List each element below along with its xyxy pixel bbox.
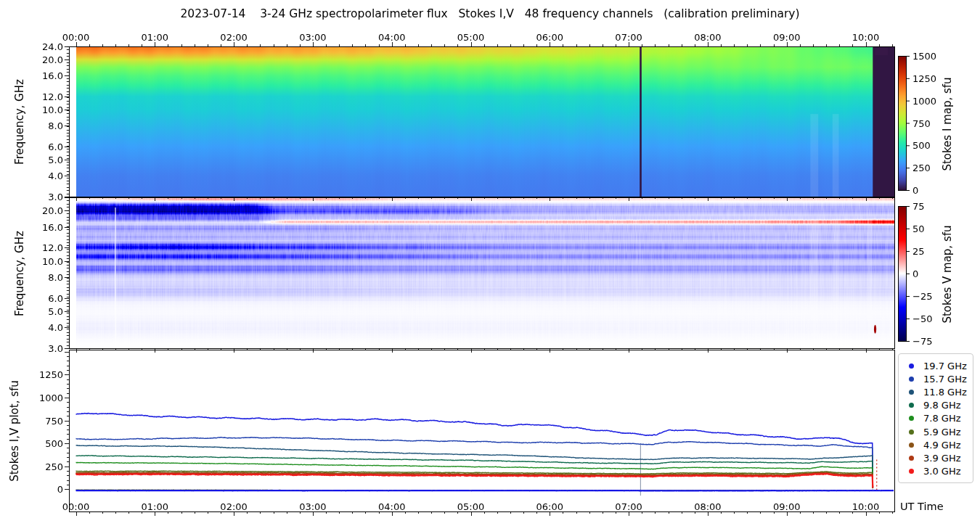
legend-item: 11.8 GHz bbox=[899, 385, 973, 398]
freq-tick-label: 8.0 bbox=[20, 271, 63, 282]
flux-tick-label: 750 bbox=[20, 415, 63, 426]
flux-tick-label: 500 bbox=[20, 438, 63, 449]
freq-tick-label: 6.0 bbox=[20, 141, 63, 152]
freq-tick-label: 3.0 bbox=[20, 192, 63, 202]
x-tick-label-bottom: 05:00 bbox=[457, 501, 484, 512]
colorbar-i-tick-label: 750 bbox=[912, 118, 931, 128]
legend-label: 3.0 GHz bbox=[923, 466, 960, 477]
legend-marker-icon bbox=[909, 363, 914, 369]
x-tick-label-top: 10:00 bbox=[852, 32, 879, 43]
colorbar-v-tick-label: 25 bbox=[912, 246, 925, 257]
colorbar-label-stokes-v: Stokes V map, sfu bbox=[941, 216, 954, 332]
flux-tick-label: 250 bbox=[20, 461, 63, 472]
x-tick-label-top: 09:00 bbox=[773, 32, 800, 43]
legend-label: 5.9 GHz bbox=[923, 427, 960, 437]
freq-tick-label: 12.0 bbox=[20, 242, 63, 253]
spectropolarimeter-figure: 2023-07-14 3-24 GHz spectropolarimeter f… bbox=[0, 0, 980, 526]
x-tick-label-top: 00:00 bbox=[62, 32, 89, 43]
freq-tick-label: 10.0 bbox=[20, 104, 63, 115]
x-tick-label-bottom: 06:00 bbox=[536, 501, 563, 512]
freq-tick-label: 16.0 bbox=[20, 221, 63, 232]
x-tick-label-top: 08:00 bbox=[694, 32, 721, 43]
flux-tick-label: 1000 bbox=[20, 392, 63, 403]
x-tick-label-top: 02:00 bbox=[220, 32, 247, 43]
legend-item: 9.8 GHz bbox=[899, 399, 973, 412]
freq-tick-label: 20.0 bbox=[20, 205, 63, 216]
x-axis-label-ut-time: UT Time bbox=[900, 501, 944, 512]
x-tick-label-bottom: 09:00 bbox=[773, 501, 800, 512]
x-tick-label-top: 01:00 bbox=[142, 32, 168, 43]
chart-title: 2023-07-14 3-24 GHz spectropolarimeter f… bbox=[0, 7, 980, 20]
flux-tick-label: 0 bbox=[20, 484, 63, 495]
legend-item: 5.9 GHz bbox=[899, 425, 973, 438]
colorbar-label-stokes-i: Stokes I map, sfu bbox=[941, 66, 954, 182]
colorbar-v-tick-label: 75 bbox=[912, 201, 925, 212]
legend-marker-icon bbox=[909, 390, 914, 395]
legend-label: 15.7 GHz bbox=[923, 374, 967, 385]
colorbar-i-tick-label: 1250 bbox=[912, 73, 936, 83]
freq-tick-label: 4.0 bbox=[20, 322, 63, 333]
colorbar-v-tick-label: −25 bbox=[912, 291, 932, 302]
legend-item: 19.7 GHz bbox=[899, 359, 973, 372]
freq-tick-label: 3.0 bbox=[20, 343, 63, 354]
x-tick-label-bottom: 00:00 bbox=[62, 501, 89, 512]
freq-tick-label: 5.0 bbox=[20, 305, 63, 316]
freq-tick-label: 10.0 bbox=[20, 255, 63, 266]
legend-label: 7.8 GHz bbox=[923, 413, 960, 424]
freq-tick-label: 8.0 bbox=[20, 120, 63, 131]
colorbar-v-tick-label: −75 bbox=[912, 336, 932, 347]
freq-tick-label: 20.0 bbox=[20, 54, 63, 65]
freq-tick-label: 5.0 bbox=[20, 155, 63, 165]
legend-label: 4.9 GHz bbox=[923, 440, 960, 451]
freq-tick-label: 24.0 bbox=[20, 41, 63, 52]
legend-marker-icon bbox=[909, 456, 914, 461]
chart-canvas bbox=[0, 0, 980, 526]
legend-item: 4.9 GHz bbox=[899, 438, 973, 451]
freq-tick-label: 16.0 bbox=[20, 70, 63, 81]
legend-marker-icon bbox=[909, 403, 914, 408]
legend-item: 3.0 GHz bbox=[899, 465, 973, 478]
legend-marker-icon bbox=[909, 416, 914, 421]
x-tick-label-bottom: 10:00 bbox=[852, 501, 879, 512]
y-axis-label-stokes-iv-plot: Stokes I,V plot, sfu bbox=[8, 369, 21, 493]
x-tick-label-top: 03:00 bbox=[299, 32, 326, 43]
legend-label: 11.8 GHz bbox=[923, 387, 967, 398]
x-tick-label-top: 06:00 bbox=[536, 32, 563, 43]
x-tick-label-top: 04:00 bbox=[378, 32, 405, 43]
x-tick-label-bottom: 04:00 bbox=[378, 501, 405, 512]
legend-label: 9.8 GHz bbox=[923, 400, 960, 411]
x-tick-label-bottom: 03:00 bbox=[299, 501, 326, 512]
legend-box: 19.7 GHz15.7 GHz11.8 GHz9.8 GHz7.8 GHz5.… bbox=[898, 353, 973, 483]
colorbar-v-tick-label: 50 bbox=[912, 223, 925, 234]
freq-tick-label: 12.0 bbox=[20, 91, 63, 102]
legend-marker-icon bbox=[909, 469, 914, 474]
colorbar-i-tick-label: 500 bbox=[912, 140, 931, 151]
colorbar-i-tick-label: 1000 bbox=[912, 95, 936, 106]
colorbar-v-tick-label: −50 bbox=[912, 313, 932, 324]
x-tick-label-bottom: 02:00 bbox=[220, 501, 247, 512]
x-tick-label-bottom: 08:00 bbox=[694, 501, 721, 512]
x-tick-label-top: 07:00 bbox=[615, 32, 642, 43]
legend-item: 3.9 GHz bbox=[899, 451, 973, 464]
legend-marker-icon bbox=[909, 443, 914, 448]
legend-item: 7.8 GHz bbox=[899, 412, 973, 425]
legend-label: 19.7 GHz bbox=[923, 361, 967, 371]
x-tick-label-top: 05:00 bbox=[457, 32, 484, 43]
freq-tick-label: 4.0 bbox=[20, 170, 63, 181]
legend-marker-icon bbox=[909, 377, 914, 382]
x-tick-label-bottom: 07:00 bbox=[615, 501, 642, 512]
x-tick-label-bottom: 01:00 bbox=[142, 501, 168, 512]
freq-tick-label: 6.0 bbox=[20, 292, 63, 303]
legend-label: 3.9 GHz bbox=[923, 453, 960, 464]
colorbar-i-tick-label: 0 bbox=[912, 185, 918, 196]
legend-item: 15.7 GHz bbox=[899, 372, 973, 385]
colorbar-i-tick-label: 250 bbox=[912, 163, 931, 173]
flux-tick-label: 1250 bbox=[20, 369, 63, 380]
legend-marker-icon bbox=[909, 430, 914, 435]
colorbar-v-tick-label: 0 bbox=[912, 268, 918, 279]
colorbar-i-tick-label: 1500 bbox=[912, 51, 936, 62]
